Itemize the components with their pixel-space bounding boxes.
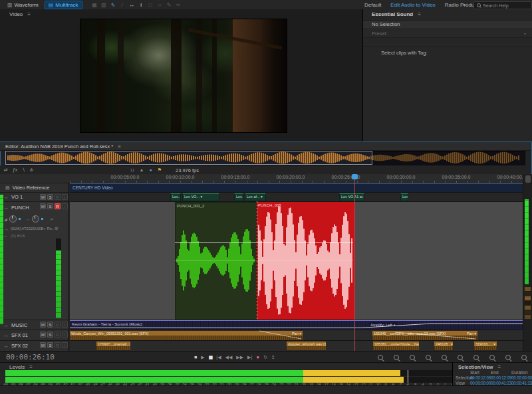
track-button-r[interactable]: R bbox=[55, 194, 61, 200]
levels-menu-icon[interactable]: ≡ bbox=[29, 364, 33, 370]
move-playhead-to-start-button[interactable]: ↥ bbox=[271, 353, 275, 361]
sfx-clip[interactable]: 170907__jinamalt...▾ bbox=[96, 342, 130, 350]
track-button-s[interactable]: S bbox=[47, 194, 53, 200]
track-button-i[interactable]: I bbox=[62, 203, 68, 209]
vo-clip[interactable]: Lex... bbox=[234, 193, 243, 201]
zoom-out-time-button[interactable] bbox=[394, 355, 399, 360]
zoom-in-amplitude-button[interactable] bbox=[410, 355, 415, 360]
waveform-view-button[interactable]: ▥ Waveform bbox=[4, 1, 42, 9]
vo-clip[interactable]: Lex VO... ▾ bbox=[182, 193, 219, 201]
sfx-clip[interactable]: 319016_...▾ bbox=[474, 342, 497, 350]
zoom-selection-in-point-button[interactable] bbox=[458, 355, 463, 360]
fx-rack-icon[interactable]: ƒx bbox=[13, 167, 17, 172]
track-button-r[interactable]: R bbox=[55, 203, 61, 209]
track-button-i[interactable]: I bbox=[62, 342, 68, 348]
rewind-button[interactable]: ◀◀ bbox=[225, 353, 233, 361]
track-button-s[interactable]: S bbox=[47, 322, 53, 328]
pencil-tool-icon[interactable]: ✎ bbox=[166, 2, 172, 8]
razor-icon[interactable]: ∖ bbox=[22, 167, 25, 173]
flag-marker-icon[interactable]: ⚑ bbox=[158, 167, 162, 173]
preset-dropdown[interactable]: Preset: ▾ bbox=[363, 29, 532, 38]
track-header-video-reference[interactable]: ▤ Video Reference bbox=[0, 183, 69, 192]
workspace-tab-default[interactable]: Default bbox=[364, 2, 381, 8]
marker-triangle-icon[interactable]: ▲ bbox=[139, 167, 144, 172]
overview-viewport[interactable] bbox=[5, 151, 372, 165]
monitor-off-icon[interactable]: ⊘ bbox=[55, 226, 59, 231]
track-button-m[interactable]: M bbox=[40, 322, 46, 328]
pause-button[interactable]: ▮▮ bbox=[209, 353, 213, 361]
track-button-s[interactable]: S bbox=[47, 332, 53, 338]
punch-input-row[interactable]: → [01M] AT2020USB+ Re... ⊘ bbox=[4, 226, 68, 231]
time-selection-tool-icon[interactable]: I bbox=[138, 2, 144, 8]
sync-lock-icon[interactable]: ● bbox=[149, 167, 152, 172]
timeline-ruler[interactable]: 00:00:05:00.000:00:10:00.000:00:15:00.00… bbox=[0, 174, 523, 183]
track-button-m[interactable]: M bbox=[40, 332, 46, 338]
workspace-overflow-chevrons[interactable]: » bbox=[463, 2, 466, 8]
video-clip[interactable]: CENTURY HD Video bbox=[70, 183, 523, 193]
vo-clip[interactable]: Lex af... ▾ bbox=[245, 193, 266, 201]
punch-clip-003[interactable]: PUNCH_003_2 bbox=[175, 202, 257, 320]
sfx-clip[interactable]: 165381__under7dude__haw...▾ bbox=[373, 342, 419, 350]
workspace-tab-edit-audio-to-video[interactable]: Edit Audio to Video bbox=[390, 2, 435, 8]
punch-clip-008-recording[interactable]: PUNCH_008 bbox=[257, 202, 354, 320]
sfx-clip-bike-race[interactable]: 165345__conica-s__bike-race-03.wav [SFX]… bbox=[372, 331, 477, 340]
zoom-out-full-button[interactable] bbox=[489, 355, 495, 360]
zoom-selection-out-point-button[interactable] bbox=[473, 355, 479, 360]
skip-to-end-button[interactable]: ▶| bbox=[247, 353, 252, 361]
search-box[interactable]: Search Help bbox=[473, 1, 532, 9]
essential-sound-menu-icon[interactable]: ≡ bbox=[418, 11, 421, 17]
music-clip[interactable]: Kevin Graham - Tierra - Summit (Music) bbox=[70, 320, 523, 330]
zoom-reset-button[interactable] bbox=[521, 355, 527, 360]
vo-clip[interactable]: Lex... bbox=[400, 193, 408, 201]
track-button-r[interactable]: R bbox=[55, 342, 61, 348]
zoom-to-selection-button[interactable] bbox=[442, 355, 447, 360]
track-button-r[interactable]: R bbox=[55, 322, 61, 328]
vo-clip[interactable]: Lex... bbox=[170, 193, 181, 201]
volume-knob[interactable] bbox=[9, 215, 17, 223]
track-button-i[interactable]: I bbox=[62, 322, 68, 328]
track-header-punch[interactable]: ↔ PUNCH ◢ ↔ ⇄ → [01M] AT2020USB+ Re... ⊘… bbox=[0, 201, 69, 320]
move-clips-icon[interactable]: ⇄ bbox=[4, 167, 8, 173]
track-button-m[interactable]: M bbox=[40, 203, 46, 209]
track-button-i[interactable]: I bbox=[62, 194, 68, 200]
multitrack-view-button[interactable]: ▤ Multitrack bbox=[45, 1, 82, 9]
punch-output-row[interactable]: ← (S) BUS bbox=[4, 233, 68, 238]
play-button[interactable]: ▶ bbox=[201, 353, 204, 361]
search-input[interactable]: Search Help bbox=[483, 3, 509, 8]
healing-brush-tool-icon[interactable]: ✑ bbox=[176, 2, 182, 8]
track-button-m[interactable]: M bbox=[40, 194, 46, 200]
selection-view-menu-icon[interactable]: ≡ bbox=[497, 364, 501, 370]
sfx-clip-winds[interactable]: Winds_Canyon_Win_05952391_001.wav [SFX] … bbox=[70, 331, 303, 340]
skip-to-start-button[interactable]: |◀ bbox=[216, 353, 221, 361]
loop-button[interactable]: ↻ bbox=[263, 353, 267, 361]
video-panel-menu-icon[interactable]: ≡ bbox=[27, 11, 31, 17]
track-button-r[interactable]: R bbox=[55, 332, 61, 338]
pan-knob[interactable] bbox=[32, 215, 39, 223]
vo-clip[interactable]: Lex VO A1 ai... ▾ bbox=[339, 193, 364, 201]
video-grid-icon[interactable]: ▥ bbox=[101, 2, 107, 8]
playhead-marker[interactable] bbox=[352, 174, 358, 179]
editor-menu-icon[interactable]: ≡ bbox=[118, 144, 121, 149]
snap-icon[interactable]: ⊔ bbox=[130, 167, 134, 173]
zoom-in-time-button[interactable] bbox=[378, 355, 383, 360]
sfx-clip[interactable]: doppler_whoosh.wav [1...▾ bbox=[287, 342, 326, 350]
record-button[interactable]: ● bbox=[256, 353, 259, 361]
slip-tool-icon[interactable]: ↔ bbox=[129, 2, 135, 8]
stop-button[interactable]: ■ bbox=[194, 353, 197, 361]
time-grid-icon[interactable]: ▦ bbox=[92, 2, 98, 8]
metronome-icon[interactable]: ılı bbox=[30, 167, 33, 172]
sfx-clip[interactable]: 246128...▾ bbox=[434, 342, 453, 350]
marquee-selection-tool-icon[interactable]: □ bbox=[148, 2, 154, 8]
playhead-line[interactable] bbox=[354, 175, 355, 351]
track-button-s[interactable]: S bbox=[47, 203, 53, 209]
pan-envelope-label[interactable]: Pan bbox=[467, 332, 473, 336]
razor-tool-icon[interactable]: ∕ bbox=[120, 2, 126, 8]
track-button-s[interactable]: S bbox=[47, 342, 53, 348]
scrollbar-thumb[interactable] bbox=[525, 175, 531, 183]
zoom-out-amplitude-button[interactable] bbox=[426, 355, 431, 360]
track-button-m[interactable]: M bbox=[40, 342, 46, 348]
move-tool-icon[interactable]: ⇖ bbox=[110, 2, 116, 8]
pan-envelope-label[interactable]: Pan bbox=[292, 332, 299, 336]
track-button-i[interactable]: I bbox=[62, 332, 68, 338]
timeline-settings-button[interactable] bbox=[505, 355, 511, 360]
